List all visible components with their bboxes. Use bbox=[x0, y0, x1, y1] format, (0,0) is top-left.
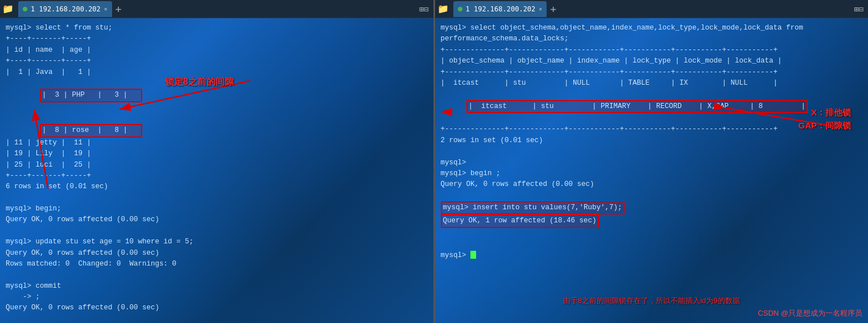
right-tab-section: 📁 1 192.168.200.202 ✕ + ⊞⊟ bbox=[433, 0, 869, 18]
right-tab-add[interactable]: + bbox=[547, 3, 560, 15]
right-terminal-bottom: mysql> bbox=[441, 239, 863, 272]
csdn-watermark: CSDN @只是想成为一名程序员 bbox=[758, 308, 862, 319]
right-panel: mysql> select object_schema,object_name,… bbox=[435, 18, 869, 323]
tabs-bar: 📁 1 192.168.200.202 ✕ + ⊞⊟ 📁 1 192.168.2… bbox=[0, 0, 868, 18]
left-terminal: mysql> select * from stu; +----+-------+… bbox=[6, 23, 428, 78]
right-tab[interactable]: 1 192.168.200.202 ✕ bbox=[453, 1, 547, 17]
left-tab-section: 📁 1 192.168.200.202 ✕ + ⊞⊟ bbox=[0, 0, 433, 18]
left-tab-close[interactable]: ✕ bbox=[104, 6, 108, 12]
right-folder-icon: 📁 bbox=[435, 1, 451, 17]
left-annotation: 锁定8之前的间隙 bbox=[165, 75, 234, 89]
left-tab-add[interactable]: + bbox=[112, 3, 125, 15]
right-annotation-x: X：排他锁 GAP：间隙锁 bbox=[798, 106, 851, 132]
left-panel: mysql> select * from stu; +----+-------+… bbox=[0, 18, 433, 323]
right-tab-dot bbox=[458, 7, 462, 11]
right-terminal-insert: mysql> insert into stu values(7,'Ruby',7… bbox=[441, 191, 863, 239]
right-terminal-mid: +--------------+-------------+----------… bbox=[441, 124, 863, 190]
right-tab-label: 1 192.168.200.202 bbox=[466, 5, 536, 13]
left-terminal-3: | 8 | rose | 8 | | 11 | jetty | 11 | | 1… bbox=[6, 113, 428, 314]
left-folder-icon: 📁 bbox=[0, 1, 16, 17]
left-grid-icon: ⊞⊟ bbox=[415, 5, 433, 14]
bottom-annotation: 由于8之前的间隙锁存在了，所以不能插入id为9的数据 bbox=[563, 295, 740, 307]
right-grid-icon: ⊞⊟ bbox=[849, 5, 868, 14]
left-tab[interactable]: 1 192.168.200.202 ✕ bbox=[18, 1, 112, 17]
right-tab-close[interactable]: ✕ bbox=[539, 6, 542, 12]
main-content: mysql> select * from stu; +----+-------+… bbox=[0, 18, 868, 323]
left-tab-dot bbox=[23, 7, 27, 11]
left-tab-label: 1 192.168.200.202 bbox=[31, 5, 101, 13]
right-terminal-top: mysql> select object_schema,object_name,… bbox=[441, 23, 863, 89]
